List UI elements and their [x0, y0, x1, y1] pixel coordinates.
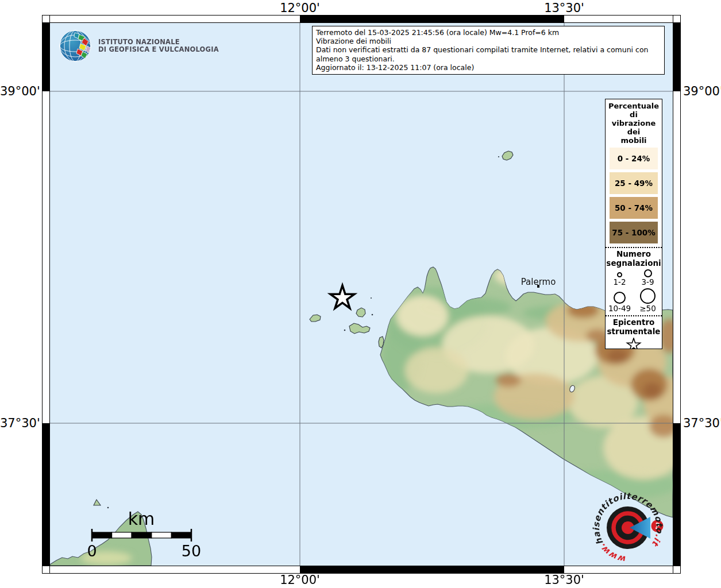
ingv-logo-line1: ISTITUTO NAZIONALE [98, 38, 219, 47]
legend-class-label: 75 - 100% [612, 228, 656, 237]
map-canvas [50, 23, 673, 566]
signal-circle-icon [617, 272, 622, 277]
event-subtitle: Vibrazione dei mobili [316, 37, 661, 45]
axis-label-bottom-lon2: 13°30' [530, 573, 599, 587]
legend-class-swatch: 50 - 74% [610, 197, 658, 219]
axis-label-left-lat1: 39°00' [0, 84, 40, 98]
signal-label: 10-49 [608, 304, 631, 314]
signal-circle-icon [614, 292, 626, 304]
frame-corner [673, 566, 681, 574]
axis-label-left-lat2: 37°30' [0, 416, 40, 430]
frame-corner [42, 15, 50, 23]
ingv-logo: ISTITUTO NAZIONALE DI GEOFISICA E VULCAN… [59, 30, 219, 62]
frame-segment-black [673, 423, 680, 566]
ingv-globe-icon [59, 30, 92, 62]
legend-title-line: dei [606, 127, 662, 136]
signal-circle-icon [640, 288, 656, 304]
legend-class-label: 25 - 49% [615, 179, 653, 188]
ingv-logo-line2: DI GEOFISICA E VULCANOLOGIA [98, 46, 219, 54]
frame-segment-black [673, 23, 680, 91]
axis-label-top-lon2: 13°30' [530, 1, 599, 15]
signals-title-line: segnalazioni [606, 258, 662, 268]
signal-item: 3-9 [634, 269, 662, 287]
ingv-logo-text: ISTITUTO NAZIONALE DI GEOFISICA E VULCAN… [98, 38, 219, 54]
epicenter-title-line: strumentale [606, 327, 662, 336]
earthquake-map-screen: Palermo km 0 50 [0, 0, 721, 588]
frame-segment-black [300, 566, 564, 573]
epicenter-title-line: Epicentro [606, 318, 662, 327]
event-updated: Aggiornato il: 13-12-2025 11:07 (ora loc… [316, 63, 661, 72]
palermo-city-label: Palermo [514, 277, 562, 287]
signal-circle-icon [644, 269, 652, 277]
axis-label-top-lon1: 12°00' [265, 1, 334, 15]
legend-class-swatch: 25 - 49% [610, 172, 658, 194]
signal-item: ≥50 [634, 287, 662, 314]
legend-title-line: mobili [606, 136, 662, 145]
legend-separator [606, 315, 662, 316]
signal-item: 10-49 [606, 287, 634, 314]
frame-segment-black [43, 23, 49, 91]
axis-label-right-lat1: 39°00' [683, 84, 721, 98]
frame-segment-black [300, 16, 564, 22]
axis-label-right-lat2: 37°30' [683, 416, 721, 430]
event-title: Terremoto del 15-03-2025 21:45:56 (ora l… [316, 28, 661, 37]
event-info-box: Terremoto del 15-03-2025 21:45:56 (ora l… [312, 26, 665, 75]
legend-box: Percentuale di vibrazione dei mobili 0 -… [605, 99, 662, 349]
scale-start-label: 0 [81, 542, 103, 560]
signal-label: 3-9 [641, 277, 654, 287]
legend-title-line: di [606, 110, 662, 119]
signals-grid: 1-2 3-9 10-49 ≥50 [606, 269, 662, 314]
signal-label: 1-2 [613, 277, 626, 287]
scale-end-label: 50 [179, 542, 204, 560]
frame-corner [42, 566, 50, 574]
legend-title-line: vibrazione [606, 119, 662, 127]
axis-label-bottom-lon1: 12°00' [265, 573, 334, 587]
legend-separator [606, 247, 662, 248]
scale-unit-label: km [121, 509, 161, 529]
legend-title-line: Percentuale [606, 102, 662, 110]
sea-area [50, 23, 673, 566]
hsit-text-tld: .it [650, 533, 664, 548]
signals-title-line: Numero [606, 249, 662, 258]
legend-class-label: 0 - 24% [618, 154, 650, 163]
legend-class-swatch: 75 - 100% [610, 222, 658, 243]
signal-item: 1-2 [606, 269, 634, 287]
legend-class-swatch: 0 - 24% [610, 148, 658, 169]
legend-class-label: 50 - 74% [615, 203, 653, 212]
epicenter-star-icon [625, 338, 642, 349]
frame-corner [673, 15, 681, 23]
hsit-logo: ? www.haisentitoilterremoto.it [585, 485, 672, 566]
signal-label: ≥50 [639, 304, 656, 314]
event-data-note: Dati non verificati estratti da 87 quest… [316, 45, 661, 63]
frame-segment-black [43, 423, 49, 566]
